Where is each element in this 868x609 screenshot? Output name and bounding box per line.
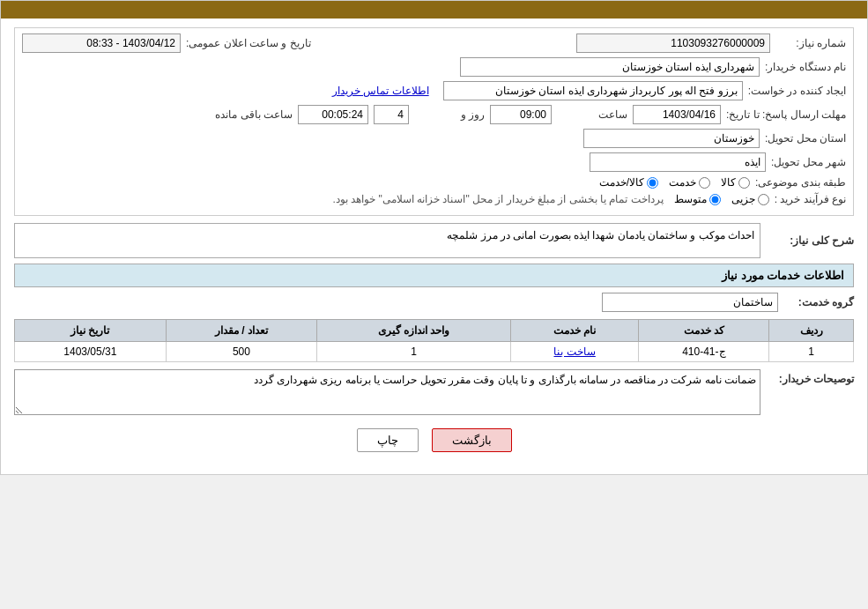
- motavasset-radio-label[interactable]: متوسط: [674, 193, 721, 205]
- kala-khedmat-label: کالا/خدمت: [599, 176, 644, 189]
- tosiyat-textarea[interactable]: [14, 369, 760, 415]
- back-button[interactable]: بازگشت: [432, 428, 512, 452]
- row-mohlat: مهلت ارسال پاسخ: تا تاریخ: ساعت روز و سا…: [22, 105, 846, 124]
- cell-tedadMeghdar: 500: [166, 342, 317, 362]
- taarikh-alan-label: تاریخ و ساعت اعلان عمومی:: [186, 37, 311, 49]
- col-tedadMeghdar: تعداد / مقدار: [166, 320, 317, 342]
- row-tarighe: طبقه بندی موضوعی: کالا خدمت کالا/خدمت: [22, 176, 846, 189]
- row-grohe-khedmat: گروه خدمت:: [14, 293, 854, 312]
- jezyi-radio-label[interactable]: جزیی: [731, 193, 769, 205]
- shahr-label: شهر محل تحویل:: [771, 156, 846, 168]
- services-table: ردیف کد خدمت نام خدمت واحد اندازه گیری ت…: [14, 319, 854, 362]
- content-area: شماره نیاز: تاریخ و ساعت اعلان عمومی: نا…: [1, 19, 867, 474]
- row-sharh: شرح کلی نیاز: احداث موکب و ساختمان یادما…: [14, 223, 854, 258]
- noeFarayand-label: نوع فرآیند خرید :: [775, 193, 846, 205]
- page-header: [1, 1, 867, 19]
- jezyi-label: جزیی: [731, 193, 755, 205]
- cell-vahed: 1: [317, 342, 511, 362]
- cell-radif: 1: [769, 342, 854, 362]
- row-shahr: شهر محل تحویل:: [22, 152, 846, 172]
- buttons-row: بازگشت چاپ: [14, 420, 854, 465]
- cell-name[interactable]: ساخت بنا: [510, 342, 639, 362]
- motavasset-label: متوسط: [674, 193, 707, 205]
- ostan-input[interactable]: [583, 129, 760, 148]
- roz-label: روز و: [414, 108, 485, 121]
- motavasset-radio[interactable]: [709, 194, 721, 205]
- mohlat-saat-label: ساعت: [557, 108, 627, 121]
- ejadKonande-label: ایجاد کننده در خواست:: [748, 85, 846, 97]
- grohe-khedmat-input[interactable]: [602, 293, 778, 312]
- baqi-input[interactable]: [298, 105, 368, 124]
- namDastgah-input[interactable]: [460, 57, 760, 77]
- row-shomareNiaz: شماره نیاز: تاریخ و ساعت اعلان عمومی:: [22, 33, 846, 53]
- sharh-label: شرح کلی نیاز:: [766, 234, 854, 247]
- etelaat-link[interactable]: اطلاعات تماس خریدار: [332, 85, 429, 97]
- table-row: 1 ج-41-410 ساخت بنا 1 500 1403/05/31: [15, 342, 854, 362]
- shomareNiaz-label: شماره نیاز:: [775, 37, 846, 49]
- mohlat-date-input[interactable]: [633, 105, 721, 124]
- khedmat-radio-label[interactable]: خدمت: [669, 176, 710, 189]
- tosiyat-label: توصیحات خریدار:: [766, 369, 854, 385]
- print-button[interactable]: چاپ: [357, 428, 419, 452]
- grohe-khedmat-label: گروه خدمت:: [783, 296, 854, 308]
- col-kod: کد خدمت: [639, 320, 769, 342]
- khedmat-info-title: اطلاعات خدمات مورد نیاز: [14, 264, 854, 287]
- col-name: نام خدمت: [510, 320, 639, 342]
- shahr-input[interactable]: [590, 152, 766, 172]
- col-vahed: واحد اندازه گیری: [317, 320, 511, 342]
- mohlat-saat-input[interactable]: [490, 105, 552, 124]
- sharh-value: احداث موکب و ساختمان یادمان شهدا ایذه بص…: [447, 229, 754, 241]
- farayand-desc: پرداخت تمام یا بخشی از مبلغ خریدار از مح…: [332, 193, 663, 205]
- baqi-label: ساعت باقی مانده: [215, 108, 293, 121]
- farayand-radio-group: جزیی متوسط پرداخت تمام یا بخشی از مبلغ خ…: [332, 193, 768, 205]
- kala-radio-label[interactable]: کالا: [721, 176, 750, 189]
- khedmat-label: خدمت: [669, 176, 696, 189]
- services-table-container: ردیف کد خدمت نام خدمت واحد اندازه گیری ت…: [14, 319, 854, 362]
- cell-kod: ج-41-410: [639, 342, 769, 362]
- main-info-section: شماره نیاز: تاریخ و ساعت اعلان عمومی: نا…: [14, 27, 854, 216]
- col-tarikhNiaz: تاریخ نیاز: [15, 320, 167, 342]
- taarikh-alan-input[interactable]: [22, 33, 181, 53]
- shomareNiaz-input[interactable]: [576, 33, 770, 53]
- col-radif: ردیف: [769, 320, 854, 342]
- row-noeFarayand: نوع فرآیند خرید : جزیی متوسط پرداخت تمام…: [22, 193, 846, 205]
- khedmat-radio[interactable]: [699, 177, 710, 189]
- kala-label: کالا: [721, 176, 736, 189]
- kala-radio[interactable]: [738, 177, 750, 189]
- kala-khedmat-radio-label[interactable]: کالا/خدمت: [599, 176, 658, 189]
- row-tosiyat: توصیحات خریدار:: [14, 369, 854, 415]
- tarighe-radio-group: کالا خدمت کالا/خدمت: [599, 176, 750, 189]
- tarighe-label: طبقه بندی موضوعی:: [755, 176, 846, 189]
- row-ostan: استان محل تحویل:: [22, 129, 846, 148]
- row-ejadKonande: ایجاد کننده در خواست: اطلاعات تماس خریدا…: [22, 81, 846, 100]
- ejadKonande-input[interactable]: [443, 81, 743, 100]
- mohlat-label: مهلت ارسال پاسخ: تا تاریخ:: [726, 108, 846, 121]
- ostan-label: استان محل تحویل:: [765, 132, 846, 145]
- cell-tarikhNiaz: 1403/05/31: [15, 342, 167, 362]
- roz-input[interactable]: [374, 105, 409, 124]
- jezyi-radio[interactable]: [758, 194, 769, 205]
- kala-khedmat-radio[interactable]: [647, 177, 658, 189]
- namDastgah-label: نام دستگاه خریدار:: [765, 61, 846, 73]
- page-wrapper: شماره نیاز: تاریخ و ساعت اعلان عمومی: نا…: [0, 0, 868, 475]
- row-namDastgah: نام دستگاه خریدار:: [22, 57, 846, 77]
